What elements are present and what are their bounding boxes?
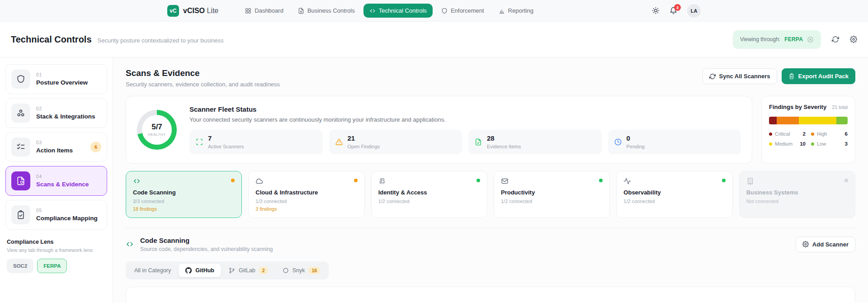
nav-item-dashboard[interactable]: Dashboard <box>239 4 289 18</box>
stat-open-findings: 21Open Findings <box>329 130 462 154</box>
gear-icon[interactable] <box>850 36 857 43</box>
tab-snyk[interactable]: Snyk 16 <box>276 263 327 278</box>
low-dot <box>811 142 814 146</box>
nav-item-reporting[interactable]: Reporting <box>493 4 539 18</box>
viewing-through-value: FERPA <box>784 36 803 43</box>
tab-all-in-category[interactable]: All in Category <box>127 264 178 277</box>
document-icon <box>298 8 304 14</box>
section-divider <box>126 228 855 228</box>
high-dot <box>811 133 814 136</box>
tab-gitlab[interactable]: GitLab 2 <box>222 263 275 278</box>
status-dot <box>476 179 480 182</box>
severity-total: 21 total <box>832 104 848 110</box>
lens-option-ferpa[interactable]: FERPA <box>37 259 67 273</box>
snyk-icon <box>283 267 289 274</box>
app-logo: vC <box>167 5 179 17</box>
snyk-count-badge: 16 <box>308 267 320 274</box>
scanner-filter-tabs: All in Category GitHub GitLab 2 Snyk 16 <box>126 261 329 279</box>
user-avatar[interactable]: LA <box>687 4 701 18</box>
severity-segment-low <box>836 117 848 124</box>
checklist-icon <box>11 137 30 156</box>
code-icon <box>369 8 376 14</box>
github-icon <box>185 267 192 274</box>
compliance-lens-title: Compliance Lens <box>7 239 106 245</box>
add-scanner-button[interactable]: Add Scanner <box>796 237 855 252</box>
action-items-count-badge: 6 <box>90 142 101 152</box>
fingerprint-icon <box>378 177 386 185</box>
refresh-icon <box>709 73 716 80</box>
theme-toggle-sun-icon[interactable] <box>652 7 660 14</box>
close-lens-icon[interactable] <box>807 36 814 43</box>
fleet-gauge-value: 5/7 <box>151 123 162 132</box>
code-scanning-section-header: Code Scanning Source code, dependencies,… <box>126 237 855 252</box>
main-nav: Dashboard Business Controls Technical Co… <box>239 4 539 18</box>
fleet-gauge-ring: 5/7 HEALTHY <box>137 110 177 150</box>
stack-icon <box>11 104 30 123</box>
code-icon <box>126 240 134 248</box>
sidebar-item-action-items[interactable]: 03 Action Items 6 <box>5 132 107 162</box>
grid-icon <box>245 8 251 14</box>
shield-icon <box>441 8 448 14</box>
critical-dot <box>769 133 772 136</box>
cloud-icon <box>255 177 263 185</box>
compliance-lens-subtitle: View any tab through a framework lens <box>7 247 106 253</box>
shield-icon <box>11 70 30 89</box>
sidebar-item-stack-integrations[interactable]: 02 Stack & Integrations <box>5 98 107 128</box>
warning-icon <box>335 138 343 146</box>
clipboard-icon <box>788 73 795 80</box>
fleet-description: Your connected security scanners are con… <box>189 116 741 123</box>
building-icon <box>746 177 754 185</box>
export-audit-pack-button[interactable]: Export Audit Pack <box>782 68 855 84</box>
scanner-list-card-partial <box>126 287 855 303</box>
scan-document-icon <box>11 171 30 190</box>
category-card-business-systems[interactable]: Business Systems Not connected <box>739 171 855 218</box>
nav-item-enforcement[interactable]: Enforcement <box>435 4 490 18</box>
code-icon <box>133 177 141 185</box>
code-scanning-title: Code Scanning <box>140 237 273 244</box>
nav-item-technical-controls[interactable]: Technical Controls <box>363 4 433 18</box>
fleet-title: Scanner Fleet Status <box>189 105 741 113</box>
clock-icon <box>614 138 622 146</box>
severity-title: Findings by Severity <box>769 104 826 110</box>
status-dot <box>231 179 235 182</box>
nav-item-business-controls[interactable]: Business Controls <box>292 4 361 18</box>
category-card-cloud-infrastructure[interactable]: Cloud & Infrastructure 1/3 connected 3 f… <box>248 171 364 218</box>
sync-all-scanners-button[interactable]: Sync All Scanners <box>703 68 777 84</box>
compliance-lens-section: Compliance Lens View any tab through a f… <box>5 239 107 273</box>
git-branch-icon <box>229 267 235 274</box>
page-subtitle: Security posture contextualized to your … <box>98 35 224 44</box>
findings-by-severity-card: Findings by Severity 21 total Critical2 … <box>761 96 855 164</box>
top-navbar: vC vCISO Lite Dashboard Business Control… <box>0 0 868 22</box>
section-subheading: Security scanners, evidence collection, … <box>126 81 280 88</box>
scanner-category-row: Code Scanning 3/3 connected 18 findings … <box>126 171 855 218</box>
stat-pending: 0Pending <box>608 130 741 154</box>
notifications-bell-icon[interactable]: 3 <box>670 7 677 14</box>
category-card-identity-access[interactable]: Identity & Access 1/2 connected <box>371 171 487 218</box>
sidebar-item-compliance-mapping[interactable]: 05 Compliance Mapping <box>5 200 107 230</box>
sidebar-item-scans-evidence[interactable]: 04 Scans & Evidence <box>5 166 107 196</box>
severity-segment-medium <box>799 117 836 124</box>
status-dot <box>599 179 603 182</box>
status-dot <box>722 179 726 182</box>
sidebar-item-posture-overview[interactable]: 01 Posture Overview <box>5 64 107 94</box>
tab-github[interactable]: GitHub <box>179 264 221 277</box>
activity-icon <box>623 177 631 185</box>
main-content: Scans & Evidence Security scanners, evid… <box>113 57 868 303</box>
page-header: Technical Controls Security posture cont… <box>0 22 868 57</box>
category-card-productivity[interactable]: Productivity 1/2 connected <box>494 171 610 218</box>
refresh-icon[interactable] <box>832 36 839 43</box>
notification-count-badge: 3 <box>674 4 681 11</box>
stat-evidence-items: 28Evidence Items <box>468 130 602 154</box>
category-card-observability[interactable]: Observability 1/2 connected <box>616 171 732 218</box>
mail-icon <box>501 177 509 185</box>
category-card-code-scanning[interactable]: Code Scanning 3/3 connected 18 findings <box>126 171 242 218</box>
file-check-icon <box>475 138 482 146</box>
severity-segment-critical <box>769 117 777 124</box>
sidebar: 01 Posture Overview 02 Stack & Integrati… <box>0 57 113 303</box>
lens-option-soc2[interactable]: SOC2 <box>7 259 33 273</box>
scanner-fleet-status-card: 5/7 HEALTHY Scanner Fleet Status Your co… <box>126 96 752 164</box>
code-scanning-subtitle: Source code, dependencies, and vulnerabi… <box>140 246 273 252</box>
page-title: Technical Controls <box>11 34 92 45</box>
gear-icon <box>802 241 809 247</box>
clipboard-check-icon <box>11 205 30 224</box>
